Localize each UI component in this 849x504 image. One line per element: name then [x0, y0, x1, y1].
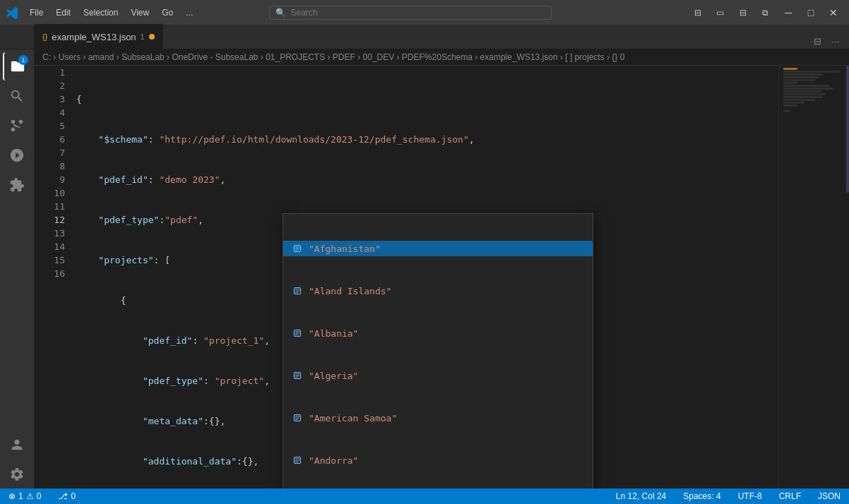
tab-actions: ⊟ ···	[809, 33, 849, 49]
ac-enum-icon-5	[292, 455, 303, 466]
line-ending-text: CRLF	[779, 491, 801, 501]
content: 1	[0, 49, 849, 488]
line-num-15: 15	[34, 253, 65, 267]
encoding[interactable]: UTF-8	[735, 488, 765, 504]
breadcrumb-text: C: › Users › amand › SubseaLab › OneDriv…	[42, 52, 624, 62]
minimap-content	[779, 66, 849, 114]
toggle-sidebar-button[interactable]: ▭	[711, 5, 730, 20]
search-activity-icon[interactable]	[3, 82, 31, 110]
search-bar[interactable]: 🔍	[269, 6, 552, 20]
menu-view[interactable]: View	[125, 5, 155, 20]
line-num-4: 4	[34, 106, 65, 119]
status-bar: ⊗ 1 ⚠ 0 ⎇ 0 Ln 12, Col 24 Spaces: 4 UTF-…	[0, 488, 849, 504]
code-line-2: "$schema": "http://pdef.io/html/download…	[76, 133, 778, 146]
language-mode[interactable]: JSON	[815, 488, 843, 504]
line-num-11: 11	[34, 200, 65, 213]
line-num-5: 5	[34, 119, 65, 133]
split-editor-tab-button[interactable]: ⊟	[809, 33, 825, 49]
line-num-2: 2	[34, 79, 65, 92]
menu-selection[interactable]: Selection	[78, 5, 124, 20]
line-ending[interactable]: CRLF	[776, 488, 804, 504]
autocomplete-dropdown[interactable]: "Afghanistan" "Aland Islands"	[283, 213, 593, 488]
autocomplete-item-5[interactable]: "Andorra"	[283, 452, 593, 468]
git-branch-text: 0	[71, 491, 76, 501]
line-num-8: 8	[34, 160, 65, 173]
run-debug-icon[interactable]	[3, 141, 31, 169]
language-text: JSON	[818, 491, 841, 501]
error-count-text: 1	[18, 491, 23, 501]
line-num-12: 12	[34, 213, 65, 227]
activity-bar: 1	[0, 49, 34, 488]
editor-area: C: › Users › amand › SubseaLab › OneDriv…	[34, 49, 849, 488]
cursor-position[interactable]: Ln 12, Col 24	[613, 488, 669, 504]
maximize-button[interactable]: □	[801, 5, 821, 20]
svg-point-2	[19, 120, 23, 124]
customize-layout-button[interactable]: ⧉	[756, 5, 776, 20]
tab-file-icon: {}	[42, 32, 47, 41]
line-numbers: 1 2 3 4 5 6 7 8 9 10 11 12 13 14 15 16	[34, 66, 71, 488]
more-actions-button[interactable]: ···	[828, 33, 843, 49]
search-icon: 🔍	[275, 8, 286, 18]
menu-file[interactable]: File	[24, 5, 49, 20]
warning-count-text: 0	[37, 491, 42, 501]
app: {} example_WS13.json 1 ⊟ ··· 1	[0, 25, 849, 504]
menu-go[interactable]: Go	[156, 5, 179, 20]
editor[interactable]: 1 2 3 4 5 6 7 8 9 10 11 12 13 14 15 16	[34, 66, 849, 488]
extensions-icon[interactable]	[3, 171, 31, 199]
menu-more[interactable]: ...	[180, 5, 198, 20]
line-num-10: 10	[34, 186, 65, 200]
minimize-button[interactable]: ─	[778, 5, 798, 20]
autocomplete-text-1: "Aland Islands"	[309, 284, 391, 298]
scrollbar-thumb[interactable]	[846, 66, 849, 193]
encoding-text: UTF-8	[738, 491, 762, 501]
autocomplete-item-1[interactable]: "Aland Islands"	[283, 283, 593, 299]
autocomplete-item-2[interactable]: "Albania"	[283, 325, 593, 341]
autocomplete-text-2: "Albania"	[309, 327, 358, 340]
tab-index: 1	[141, 32, 145, 41]
source-control-icon[interactable]	[3, 112, 31, 140]
split-editor-button[interactable]: ⊟	[688, 5, 708, 20]
explorer-icon[interactable]: 1	[3, 52, 31, 80]
autocomplete-text-3: "Algeria"	[309, 369, 358, 383]
line-num-14: 14	[34, 240, 65, 253]
line-num-6: 6	[34, 133, 65, 146]
autocomplete-text-0: "Afghanistan"	[309, 242, 381, 256]
ac-enum-icon-3	[292, 370, 303, 381]
line-num-1: 1	[34, 66, 65, 79]
vscode-icon	[6, 6, 18, 19]
title-bar: File Edit Selection View Go ... 🔍 ⊟ ▭ ⊟ …	[0, 0, 849, 25]
autocomplete-item-4[interactable]: "American Samoa"	[283, 410, 593, 426]
code-area[interactable]: { "$schema": "http://pdef.io/html/downlo…	[71, 66, 778, 488]
indentation-text: Spaces: 4	[683, 491, 720, 501]
toggle-panel-button[interactable]: ⊟	[733, 5, 753, 20]
line-num-7: 7	[34, 146, 65, 160]
git-icon: ⎇	[58, 491, 68, 501]
tab-modified-indicator	[149, 34, 155, 40]
window-controls: ⊟ ▭ ⊟ ⧉ ─ □ ✕	[688, 5, 843, 20]
ac-enum-icon-0	[292, 243, 303, 254]
svg-point-1	[11, 120, 16, 124]
close-button[interactable]: ✕	[824, 5, 843, 20]
error-count[interactable]: ⊗ 1 ⚠ 0	[6, 488, 44, 504]
explorer-badge: 1	[18, 55, 28, 65]
breadcrumb: C: › Users › amand › SubseaLab › OneDriv…	[34, 49, 849, 66]
cursor-position-text: Ln 12, Col 24	[616, 491, 666, 501]
autocomplete-item-0[interactable]: "Afghanistan"	[283, 241, 593, 256]
indentation[interactable]: Spaces: 4	[680, 488, 723, 504]
warning-icon: ⚠	[26, 491, 34, 501]
tab-filename: example_WS13.json	[52, 32, 136, 42]
accounts-icon[interactable]	[3, 431, 31, 459]
svg-point-0	[11, 128, 16, 132]
autocomplete-item-3[interactable]: "Algeria"	[283, 368, 593, 383]
line-num-9: 9	[34, 173, 65, 186]
autocomplete-text-5: "Andorra"	[309, 454, 358, 467]
search-input[interactable]	[290, 8, 545, 18]
menu-bar: File Edit Selection View Go ...	[24, 5, 198, 20]
tab-example-ws13[interactable]: {} example_WS13.json 1	[34, 24, 164, 49]
line-num-16: 16	[34, 267, 65, 280]
menu-edit[interactable]: Edit	[50, 5, 76, 20]
error-icon: ⊗	[8, 491, 16, 501]
git-branch[interactable]: ⎇ 0	[55, 488, 78, 504]
ac-enum-icon-1	[292, 285, 303, 296]
settings-icon[interactable]	[3, 460, 31, 488]
